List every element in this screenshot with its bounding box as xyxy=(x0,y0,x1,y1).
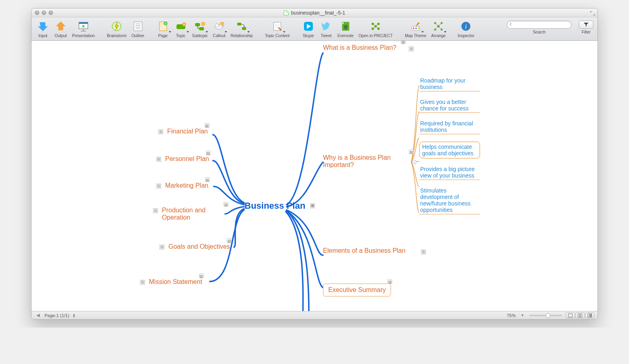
bolt-icon xyxy=(110,20,123,33)
note-badge-icon[interactable]: ▤ xyxy=(409,149,414,154)
relationship-icon xyxy=(235,20,248,33)
arrow-in-icon xyxy=(36,20,49,33)
note-icon xyxy=(271,20,284,33)
expand-icon[interactable]: ⊞ xyxy=(156,157,161,162)
toolbar-callout-button[interactable]: +Callout xyxy=(211,19,227,39)
minimize-window-button[interactable] xyxy=(42,11,46,15)
note-badge-icon[interactable]: ▤ xyxy=(223,202,228,207)
note-badge-icon[interactable]: ▤ xyxy=(205,177,210,182)
toolbar-callout-label: Callout xyxy=(213,34,225,38)
subtopic-node[interactable]: Helps communicate goals and objectives xyxy=(419,142,480,159)
toolbar-page-button[interactable]: +Page xyxy=(155,19,171,39)
topic-node[interactable]: Elements of a Business Plan⊞ xyxy=(323,247,416,254)
toolbar-evernote-button[interactable]: Evernote xyxy=(336,19,355,39)
svg-rect-27 xyxy=(237,23,241,25)
subtopic-node[interactable]: Roadmap for your business xyxy=(419,77,480,91)
subtopic-node[interactable]: Gives you a better chance for success xyxy=(419,99,480,113)
toolbar-brainstorm-button[interactable]: Brainstorm xyxy=(105,19,128,39)
zoom-slider[interactable] xyxy=(529,315,562,316)
subtopic-node[interactable]: Required by financial institutions xyxy=(419,120,480,134)
svg-rect-28 xyxy=(242,27,246,30)
expand-icon[interactable]: ⊞ xyxy=(310,203,315,208)
titlebar: businessplan__final_-5-1 xyxy=(32,8,597,17)
topic-node[interactable]: Financial Plan▤⊞ xyxy=(167,128,208,135)
svg-rect-64 xyxy=(580,314,582,317)
svg-point-48 xyxy=(418,28,419,29)
enter-fullscreen-button[interactable] xyxy=(590,10,595,15)
collapse-icon[interactable]: − xyxy=(412,160,416,164)
svg-point-2 xyxy=(82,25,85,28)
subtopic-node[interactable]: Provides a big picture view of your busi… xyxy=(419,166,480,180)
toolbar-outline-button[interactable]: Outline xyxy=(130,19,146,39)
subtopic-node[interactable]: Stimulates development of new/future bus… xyxy=(419,187,480,214)
cloud-plus-icon: + xyxy=(212,20,225,33)
expand-icon[interactable]: ⊞ xyxy=(158,129,163,134)
expand-icon[interactable]: ⊞ xyxy=(156,184,161,188)
search-input[interactable] xyxy=(513,22,569,27)
prev-page-button[interactable]: ◀ xyxy=(35,313,41,318)
topic-node[interactable]: Goals and Objectives▤⊞ xyxy=(168,243,230,250)
svg-point-46 xyxy=(413,28,414,29)
note-badge-icon[interactable]: ▤ xyxy=(205,123,210,128)
expand-icon[interactable]: ⊞ xyxy=(153,208,158,213)
info-icon: i xyxy=(459,20,472,33)
page-stepper[interactable]: ▲▼ xyxy=(72,313,75,317)
document-icon xyxy=(284,11,289,15)
toolbar-evernote-label: Evernote xyxy=(338,34,354,38)
view-mode-map-button[interactable] xyxy=(566,313,575,318)
expand-icon[interactable]: ⊞ xyxy=(140,280,145,285)
page-indicator: Page-1 (1/1) xyxy=(45,313,69,318)
toolbar-page-label: Page xyxy=(158,34,168,38)
toolbar-output-button[interactable]: Output xyxy=(53,19,69,39)
expand-icon[interactable]: ⊞ xyxy=(409,47,414,51)
expand-icon[interactable]: ⊞ xyxy=(159,245,164,250)
toolbar-arrange-button[interactable]: Arrange xyxy=(429,19,447,39)
search-label: Search xyxy=(533,30,546,34)
toolbar-input-label: Input xyxy=(38,34,47,38)
topic-node[interactable]: Production and Operation▤⊞ xyxy=(162,207,227,221)
toolbar-tweet-label: Tweet xyxy=(321,34,332,38)
toolbar-presentation-button[interactable]: Presentation xyxy=(70,19,96,39)
svg-rect-18 xyxy=(195,23,200,26)
note-badge-icon[interactable]: ▤ xyxy=(199,273,204,278)
zoom-dropdown[interactable]: ▾ xyxy=(520,313,525,318)
topic-node[interactable]: Executive Summary▤ xyxy=(323,284,391,296)
svg-point-47 xyxy=(415,28,417,29)
toolbar-topic-label: Topic xyxy=(176,34,185,38)
toolbar-map-theme-button[interactable]: Map Theme xyxy=(403,19,428,39)
note-badge-icon[interactable]: ▤ xyxy=(206,150,211,155)
topic-node[interactable]: Mission Statement▤⊞ xyxy=(149,278,202,286)
toolbar-topic-content-button[interactable]: Topic Content xyxy=(263,19,291,39)
toolbar-tweet-button[interactable]: Tweet xyxy=(318,19,334,39)
filter-button[interactable] xyxy=(579,21,593,29)
topic-node[interactable]: Personnel Plan▤⊞ xyxy=(165,155,209,163)
search-input-wrapper[interactable] xyxy=(507,21,572,29)
view-mode-outline-button[interactable] xyxy=(585,313,594,318)
toolbar-inspector-button[interactable]: iInspector xyxy=(456,19,476,39)
document-title: businessplan__final_-5-1 xyxy=(291,10,345,16)
mindmap-canvas[interactable]: Business Plan ⊞ What is a Business Plan?… xyxy=(32,41,597,311)
topic-node[interactable]: Marketing Plan▤⊞ xyxy=(165,182,208,189)
toolbar-brainstorm-label: Brainstorm xyxy=(107,34,126,38)
note-badge-icon[interactable]: ▤ xyxy=(401,41,406,44)
outline-icon xyxy=(132,20,144,33)
topic-node[interactable]: What is a Business Plan?▤⊞ xyxy=(323,44,404,51)
toolbar-input-button[interactable]: Input xyxy=(35,19,51,39)
svg-point-60 xyxy=(510,23,512,26)
toolbar-topic-button[interactable]: +Topic xyxy=(173,19,189,39)
svg-rect-1 xyxy=(79,22,88,24)
toolbar-subtopic-button[interactable]: +Subtopic xyxy=(191,19,210,39)
mindmap-central-topic[interactable]: Business Plan ⊞ xyxy=(244,201,305,211)
view-mode-split-button[interactable] xyxy=(576,313,584,318)
zoom-window-button[interactable] xyxy=(49,11,53,15)
toolbar-relationship-button[interactable]: Relationship xyxy=(229,19,254,39)
close-window-button[interactable] xyxy=(35,11,39,15)
topic-node[interactable]: Why is a Business Plan Important?▤ xyxy=(323,154,412,169)
note-badge-icon[interactable]: ▤ xyxy=(387,279,392,284)
toolbar-open-project-button[interactable]: Open in PROJECT xyxy=(357,19,394,39)
zoom-level: 75% xyxy=(507,313,516,318)
mindmap-connectors xyxy=(32,41,597,311)
expand-icon[interactable]: ⊞ xyxy=(421,250,426,254)
note-badge-icon[interactable]: ▤ xyxy=(227,238,232,243)
toolbar-skype-button[interactable]: Skype xyxy=(300,19,317,39)
